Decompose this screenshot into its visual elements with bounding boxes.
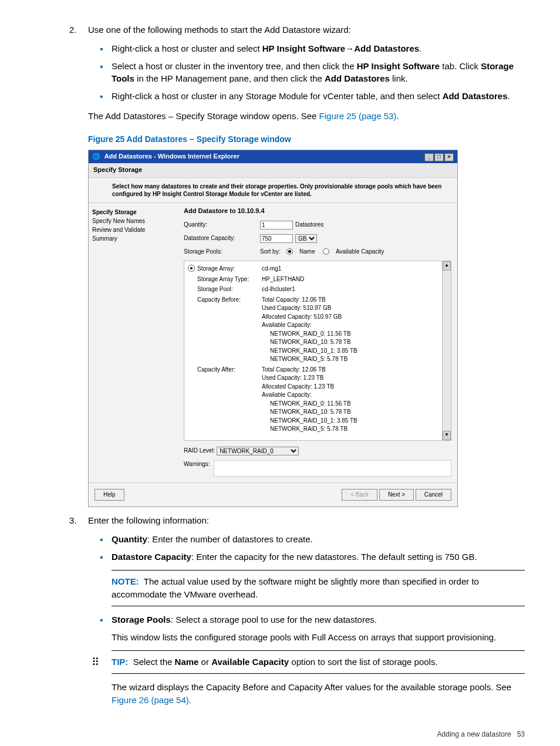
storage-array-label: Storage Array: [197, 265, 262, 274]
capacity-term: Datastore Capacity [112, 552, 191, 562]
text: NETWORK_RAID_0: 11.56 TB [262, 330, 446, 339]
page-footer: Adding a new datastore 53 [35, 730, 525, 738]
text: NETWORK_RAID_10_1: 3.85 TB [262, 347, 446, 356]
text: NETWORK_RAID_5: 5.78 TB [262, 425, 446, 434]
step-2-intro: Use one of the following methods to star… [88, 25, 351, 35]
pools-term: Storage Pools [112, 615, 171, 625]
array-type-value: HP_LEFTHAND [262, 275, 446, 284]
after-tip-text: The wizard displays the Capacity Before … [112, 681, 525, 707]
text: Total Capacity: 12.06 TB [262, 366, 446, 374]
specify-storage-tab: Specify Storage [89, 163, 457, 178]
text: . [507, 91, 510, 101]
bold-text: Add Datastores [443, 91, 508, 101]
step3-bullet-quantity: Quantity: Enter the number of datastores… [112, 533, 525, 546]
figure-26-link[interactable]: Figure 26 (page 54) [112, 695, 189, 705]
bold-text: Available Capacity [211, 657, 289, 667]
step3-bullet-pools: Storage Pools: Select a storage pool to … [112, 613, 525, 707]
capacity-unit-select[interactable]: GB [295, 234, 317, 243]
step2-bullet-3: Right-click a host or cluster in any Sto… [112, 90, 525, 103]
figure-25-caption: Figure 25 Add Datastores – Specify Stora… [88, 133, 525, 145]
note-label: NOTE: [112, 576, 139, 586]
sidebar-item-summary[interactable]: Summary [92, 234, 174, 243]
pool-scrollbar[interactable]: ▲ ▼ [442, 261, 451, 440]
capacity-before-values: Total Capacity: 12.06 TB Used Capacity: … [262, 296, 446, 364]
cancel-button[interactable]: Cancel [416, 489, 451, 501]
next-button[interactable]: Next > [379, 489, 414, 501]
sidebar-item-specify-storage[interactable]: Specify Storage [92, 208, 174, 217]
bold-text: HP Insight Software [262, 43, 345, 53]
note-text: The actual value used by the software mi… [112, 576, 479, 599]
tip-block: ⠿ TIP: Select the Name or Available Capa… [112, 650, 525, 674]
text: NETWORK_RAID_10_1: 3.85 TB [262, 417, 446, 426]
text: NETWORK_RAID_5: 5.78 TB [262, 355, 446, 364]
sidebar-item-review[interactable]: Review and Validate [92, 225, 174, 234]
figure-25-link[interactable]: Figure 25 (page 53) [319, 111, 397, 121]
quantity-term: Quantity [112, 534, 147, 544]
quantity-label: Quantity: [184, 221, 260, 229]
step-2: 2. Use one of the following methods to s… [88, 23, 525, 507]
text: Available Capacity: [262, 391, 446, 400]
text: Total Capacity: 12.06 TB [262, 296, 446, 305]
step2-bullet-1: Right-click a host or cluster and select… [112, 42, 525, 55]
window-titlebar: 🌐 Add Datastores - Windows Internet Expl… [89, 150, 457, 163]
text: link. [390, 73, 408, 83]
text: Allocated Capacity: 510.97 GB [262, 313, 446, 322]
pools-desc: : Select a storage pool to use for the n… [171, 615, 377, 625]
step3-bullet-capacity: Datastore Capacity: Enter the capacity f… [112, 551, 525, 606]
text: . [189, 695, 191, 705]
sort-name-radio[interactable] [286, 248, 293, 255]
scroll-down-icon[interactable]: ▼ [443, 431, 451, 440]
minimize-icon[interactable]: _ [424, 153, 434, 161]
sidebar-item-specify-names[interactable]: Specify New Names [92, 217, 174, 225]
text: or [198, 657, 211, 667]
text: option to sort the list of storage pools… [289, 657, 437, 667]
sort-capacity-label: Available Capacity [336, 248, 384, 256]
text: Used Capacity: 510.97 GB [262, 304, 446, 313]
warnings-label: Warnings: [184, 460, 210, 469]
add-datastores-window: 🌐 Add Datastores - Windows Internet Expl… [88, 150, 458, 507]
text: Right-click a host or cluster and select [112, 43, 262, 53]
text: The Add Datastores – Specify Storage win… [88, 111, 319, 121]
text: Available Capacity: [262, 321, 446, 330]
text: . [396, 111, 399, 121]
capacity-input[interactable] [260, 234, 293, 243]
storage-pool-value: cd-lhcluster1 [262, 285, 446, 294]
wizard-instruction: Select how many datastores to create and… [89, 178, 457, 202]
add-datastore-header: Add Datastore to 10.10.9.4 [184, 207, 451, 216]
sort-capacity-radio[interactable] [323, 248, 329, 255]
close-icon[interactable]: × [444, 153, 454, 161]
step2-outro: The Add Datastores – Specify Storage win… [88, 110, 525, 123]
maximize-icon[interactable]: □ [434, 153, 444, 161]
storage-pool-radio[interactable] [188, 265, 195, 272]
storage-pool-item[interactable]: ▲ ▼ Storage Array:cd-mg1 Storage Array T… [184, 261, 451, 441]
text: Right-click a host or cluster in any Sto… [112, 91, 443, 101]
help-button[interactable]: Help [95, 489, 124, 501]
window-title: Add Datastores - Windows Internet Explor… [104, 153, 239, 160]
scroll-up-icon[interactable]: ▲ [443, 261, 451, 271]
step-3-number: 3. [69, 514, 77, 527]
note-block: NOTE: The actual value used by the softw… [112, 570, 525, 606]
arrow: → [345, 43, 354, 53]
text: Used Capacity: 1.23 TB [262, 374, 446, 383]
tip-icon: ⠿ [92, 654, 99, 670]
storage-array-value: cd-mg1 [262, 265, 446, 274]
wizard-main-panel: Add Datastore to 10.10.9.4 Quantity: Dat… [178, 203, 457, 482]
storage-pool-label: Storage Pool: [197, 285, 262, 294]
capacity-after-label: Capacity After: [197, 366, 262, 434]
quantity-input[interactable] [260, 221, 293, 229]
pools-desc-2: This window lists the configured storage… [112, 631, 525, 644]
text: NETWORK_RAID_0: 11.56 TB [262, 400, 446, 409]
quantity-unit: Datastores [295, 221, 323, 229]
wizard-steps-sidebar: Specify Storage Specify New Names Review… [89, 203, 178, 482]
array-type-label: Storage Array Type: [197, 275, 262, 284]
footer-label: Adding a new datastore [437, 730, 511, 738]
bold-text: Name [175, 657, 199, 667]
raid-level-select[interactable]: NETWORK_RAID_0 [217, 447, 299, 455]
quantity-desc: : Enter the number of datastores to crea… [147, 534, 313, 544]
tip-label: TIP: [112, 657, 128, 667]
text: NETWORK_RAID_10: 5.78 TB [262, 408, 446, 417]
capacity-label: Datastore Capacity: [184, 234, 260, 243]
figure-25: 🌐 Add Datastores - Windows Internet Expl… [88, 150, 525, 507]
sort-name-label: Name [299, 248, 315, 256]
window-buttons: _□× [424, 152, 454, 161]
